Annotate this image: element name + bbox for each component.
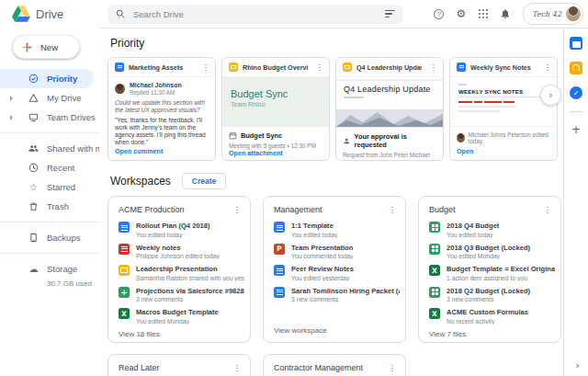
workspaces-header-row: Workspaces Create [110,173,563,189]
search-bar[interactable] [107,5,403,24]
add-icon[interactable]: + [571,124,581,135]
view-workspace-link[interactable]: View workspace [274,326,400,335]
workspace-file-item[interactable]: Team PresentationYou commented today [274,244,400,260]
workspace-file-item[interactable]: Leadership PresentationSamantha Ralston … [119,265,244,281]
sidebar-item-starred[interactable]: ☆ Starred [0,177,99,197]
carousel-next-button[interactable]: › [540,85,561,106]
excel-icon [429,265,440,276]
search-input[interactable] [131,8,379,20]
calendar-icon[interactable] [570,37,582,50]
left-sidebar: New Priority My Drive Team Drives Shared… [0,28,99,376]
open-approval-link[interactable]: Open approval [343,158,436,161]
event-row: Budget Sync [229,131,322,140]
file-preview[interactable]: WEEKLY SYNC NOTES [450,77,557,127]
sidebar-item-backups[interactable]: Backups [0,228,99,247]
workspace-file-item[interactable]: Sarah Tomlinson Hiring Packet (Approved)… [274,287,400,303]
priority-card-weekly-sync: Weekly Sync Notes ⋮ WEEKLY SYNC NOTES Mi… [449,57,558,161]
more-menu-icon[interactable]: ⋮ [540,206,556,214]
drive-logo-icon [12,6,30,22]
priority-check-icon [28,74,39,84]
open-attachment-link[interactable]: Open attachment [229,149,322,157]
card-header[interactable]: Q4 Leadership Update (Approve... ⋮ [336,58,443,77]
workspace-side-panel: + [563,28,588,376]
slides-icon [229,63,238,72]
doc-kicker-bar [458,84,467,85]
card-header[interactable]: Weekly Sync Notes ⋮ [450,58,557,77]
view-files-link[interactable]: View 7 files [429,330,555,338]
sidebar-divider [0,253,99,254]
chevron-right-icon[interactable]: › [576,360,580,370]
file-preview[interactable]: Q4 Leadership Update [336,77,443,128]
settings-gear-icon[interactable]: ⚙ [456,8,466,19]
expand-caret-icon[interactable] [10,96,13,101]
sidebar-item-trash[interactable]: Trash [0,197,99,216]
workspace-file-item[interactable]: 2018 Q4 BudgetYou edited today [429,222,555,238]
priority-card-rhino-budget: Rhino Budget Overview ⋮ Budget Sync Team… [221,57,330,161]
file-preview[interactable]: Budget Sync Team Rhino [222,77,329,127]
main-content: Priority Marketing Assets ⋮ Michael John… [99,28,563,376]
sidebar-item-shared-with-me[interactable]: Shared with me [0,139,99,158]
workspace-card-acme-production: ACME Production⋮ Rollout Plan (Q4 2018)Y… [107,196,251,343]
doc-gray-bar [458,110,500,112]
card-header[interactable]: Rhino Budget Overview ⋮ [222,58,329,77]
workspace-file-item[interactable]: ACME Custom FormulasNo recent activity [429,308,555,325]
help-icon[interactable]: ? [434,9,444,19]
open-link[interactable]: Open [457,147,550,155]
docs-icon [457,63,466,72]
sidebar-item-priority[interactable]: Priority [0,69,94,88]
sidebar-item-team-drives[interactable]: Team Drives [0,108,99,127]
author-avatar [115,84,125,94]
workspace-card-contractor-management: Contractor Management⋮ Hiring Form (Appr… [263,354,406,376]
workspace-file-item[interactable]: 1:1 TemplateYou edited today [274,222,400,238]
card-header[interactable]: Marketing Assets ⋮ [108,58,215,77]
more-menu-icon[interactable]: ⋮ [230,364,245,372]
view-files-link[interactable]: View 18 files [119,330,244,338]
workspaces-section-title: Workspaces [110,175,171,188]
apps-grid-icon[interactable] [478,9,488,19]
sidebar-item-storage[interactable]: ☁ Storage [0,259,99,279]
workspace-title: ACME Production [119,205,185,214]
tasks-icon[interactable] [570,86,582,99]
more-menu-icon[interactable]: ⋮ [426,63,442,72]
open-comment-link[interactable]: Open comment [115,147,209,155]
keep-icon[interactable] [570,62,582,74]
workspace-card-read-later: Read Later⋮ The Story of ACME Foundation… [107,354,251,376]
notifications-bell-icon[interactable] [500,8,511,19]
workspace-file-item[interactable]: Rollout Plan (Q4 2018)You edited today [119,222,244,238]
powerpoint-icon [274,244,285,255]
more-menu-icon[interactable]: ⋮ [312,63,328,72]
trash-icon [28,201,39,211]
create-workspace-button[interactable]: Create [182,173,226,189]
account-pill[interactable]: Tech 42 [523,3,583,25]
docs-icon [274,265,285,276]
workspace-file-item[interactable]: Macros Budget TemplateYou edited Monday [119,308,244,325]
comment-quote: Could we update this section with the la… [115,99,209,114]
workspace-card-budget: Budget⋮ 2018 Q4 BudgetYou edited today 2… [418,196,561,343]
expand-caret-icon[interactable] [10,115,13,120]
more-menu-icon[interactable]: ⋮ [230,206,245,214]
docs-icon [119,222,130,233]
sidebar-item-my-drive[interactable]: My Drive [0,88,99,108]
workspace-file-item[interactable]: 2018 Q3 Budget (Locked)You edited Monday [429,244,555,260]
workspace-file-item[interactable]: Projections via Salesforce #982833 new c… [119,287,244,303]
workspace-file-item[interactable]: 2018 Q2 Budget (Locked)3 new comments [429,287,555,303]
more-menu-icon[interactable]: ⋮ [540,63,556,72]
more-menu-icon[interactable]: ⋮ [198,63,214,72]
star-icon: ☆ [28,183,39,192]
comment-author-row: Michael Johnson Replied 11:30 AM [115,82,209,96]
more-menu-icon[interactable]: ⋮ [385,206,401,214]
team-drives-icon [28,112,39,122]
workspace-file-item[interactable]: Budget Template = Excel Original1 action… [429,265,555,281]
slides-icon [343,63,352,72]
tune-icon[interactable] [385,10,395,17]
more-menu-icon[interactable]: ⋮ [385,364,401,372]
workspace-title: Contractor Management [274,363,363,372]
docs-icon [115,63,124,72]
priority-section-title: Priority [110,37,563,50]
drive-brand[interactable]: Drive [0,6,107,22]
new-button[interactable]: New [12,35,80,59]
workspace-file-item[interactable]: Weekly notesPhilippe Johnson edited toda… [119,244,244,260]
sidebar-item-recent[interactable]: Recent [0,158,99,177]
new-button-label: New [40,42,58,52]
workspace-file-item[interactable]: Peer Review NotesYou edited yesterday [274,265,400,281]
